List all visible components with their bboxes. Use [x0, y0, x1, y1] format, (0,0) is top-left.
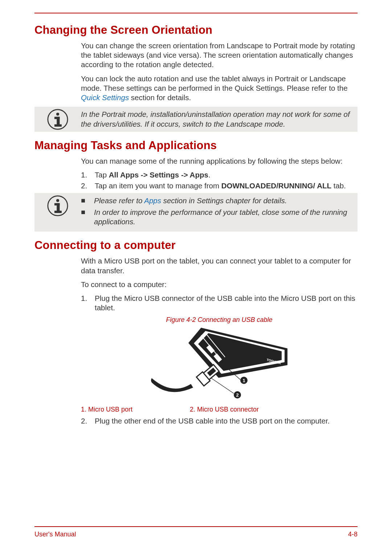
link-quick-settings[interactable]: Quick Settings	[81, 93, 129, 102]
heading-screen-orientation: Changing the Screen Orientation	[34, 24, 358, 37]
svg-text:1: 1	[242, 378, 245, 383]
note-box-manage: ■ Please refer to Apps section in Settin…	[34, 193, 358, 232]
note-text-orientation: In the Portrait mode, installation/unins…	[81, 110, 352, 128]
svg-text:2: 2	[236, 392, 238, 398]
note-text-close-apps: In order to improve the performance of y…	[94, 208, 352, 226]
svg-rect-3	[57, 117, 60, 126]
list-number-2: 2.	[81, 181, 95, 191]
footer-manual-label: User's Manual	[34, 531, 76, 538]
svg-rect-9	[54, 210, 62, 213]
figure-key-2: 2. Micro USB connector	[190, 406, 358, 413]
figure-usb-connect: TOSHIBA 1 2	[81, 326, 358, 404]
heading-connecting-computer: Connecting to a computer	[34, 239, 358, 252]
page-footer: User's Manual 4-8	[34, 526, 358, 538]
para-orientation-2: You can lock the auto rotation and use t…	[81, 74, 358, 103]
footer-page-number: 4-8	[348, 531, 358, 538]
svg-point-1	[56, 113, 59, 116]
list-item: 1. Plug the Micro USB connector of the U…	[81, 294, 358, 312]
para-orientation-1: You can change the screen orientation fr…	[81, 41, 358, 70]
list-item: 1. Tap All Apps -> Settings -> Apps.	[81, 170, 358, 180]
list-item: 2. Tap an item you want to manage from D…	[81, 181, 358, 191]
para-manage-intro: You can manage some of the running appli…	[81, 156, 358, 166]
svg-rect-4	[54, 124, 62, 127]
info-icon	[47, 109, 68, 130]
path-all-apps-settings-apps: All Apps -> Settings -> Apps	[109, 171, 208, 179]
svg-line-22	[211, 378, 234, 393]
list-number-1: 1.	[81, 170, 95, 180]
note-box-orientation: In the Portrait mode, installation/unins…	[34, 107, 358, 131]
para-connect-intro: With a Micro USB port on the tablet, you…	[81, 256, 358, 275]
figure-key-1: 1. Micro USB port	[81, 406, 190, 413]
bullet-icon: ■	[81, 208, 94, 217]
svg-rect-8	[57, 203, 60, 212]
list-item: 2. Plug the other end of the USB cable i…	[81, 416, 358, 426]
heading-managing-tasks: Managing Tasks and Applications	[34, 139, 358, 152]
tabs-downloaded-running-all: DOWNLOADED/RUNNING/ ALL	[221, 181, 331, 190]
bullet-icon: ■	[81, 196, 94, 205]
list-number-1: 1.	[81, 294, 95, 312]
para-orientation-2a: You can lock the auto rotation and use t…	[81, 74, 348, 92]
info-icon	[47, 195, 68, 216]
figure-caption: Figure 4-2 Connecting an USB cable	[81, 316, 358, 324]
svg-point-6	[56, 199, 59, 202]
para-connect-steps-intro: To connect to a computer:	[81, 280, 358, 289]
link-apps-section[interactable]: Apps	[144, 196, 161, 205]
list-number-2: 2.	[81, 416, 95, 426]
para-orientation-2b: section for details.	[129, 93, 191, 102]
